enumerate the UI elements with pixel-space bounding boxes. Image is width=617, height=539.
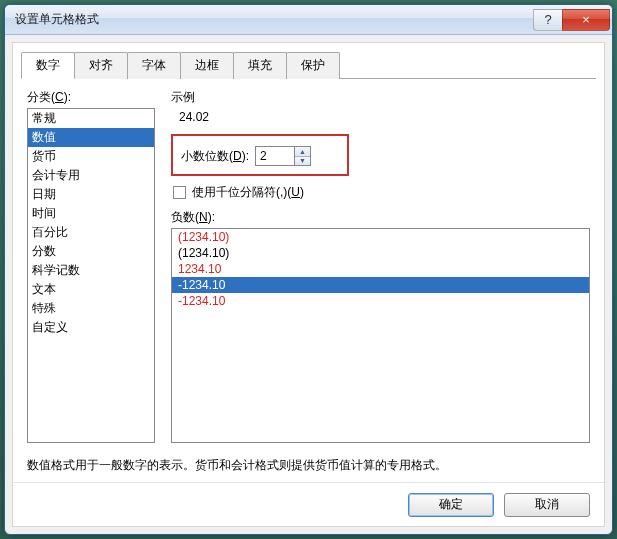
ok-button[interactable]: 确定 (408, 493, 494, 517)
tab-strip: 数字 对齐 字体 边框 填充 保护 (13, 43, 604, 78)
category-list[interactable]: 常规数值货币会计专用日期时间百分比分数科学记数文本特殊自定义 (27, 108, 155, 443)
tab-fill[interactable]: 填充 (233, 52, 287, 79)
category-item[interactable]: 数值 (28, 128, 154, 147)
cancel-button-label: 取消 (535, 496, 559, 513)
upper-pane: 分类(C): 常规数值货币会计专用日期时间百分比分数科学记数文本特殊自定义 示例… (27, 89, 590, 443)
negatives-item[interactable]: (1234.10) (172, 229, 589, 245)
category-item[interactable]: 时间 (28, 204, 154, 223)
thousands-label[interactable]: 使用千位分隔符(,)(U) (192, 184, 304, 201)
dialog-footer: 确定 取消 (13, 482, 604, 526)
decimals-input[interactable] (256, 147, 294, 165)
tab-protection[interactable]: 保护 (286, 52, 340, 79)
spinner-buttons: ▲ ▼ (294, 147, 310, 165)
window-controls: ? × (534, 9, 610, 31)
category-item[interactable]: 分数 (28, 242, 154, 261)
client-area: 数字 对齐 字体 边框 填充 保护 分类(C): 常规数值货币会计专用日期时间百… (12, 42, 605, 527)
category-item[interactable]: 自定义 (28, 318, 154, 337)
example-value: 24.02 (171, 110, 590, 124)
category-item[interactable]: 科学记数 (28, 261, 154, 280)
negatives-item[interactable]: -1234.10 (172, 293, 589, 309)
tab-label: 边框 (195, 58, 219, 72)
number-settings: 示例 24.02 小数位数(D): ▲ ▼ (155, 89, 590, 443)
category-label: 分类(C): (27, 89, 155, 106)
category-column: 分类(C): 常规数值货币会计专用日期时间百分比分数科学记数文本特殊自定义 (27, 89, 155, 443)
help-icon: ? (544, 12, 551, 27)
tab-body: 分类(C): 常规数值货币会计专用日期时间百分比分数科学记数文本特殊自定义 示例… (13, 79, 604, 482)
ok-button-label: 确定 (439, 496, 463, 513)
tab-label: 数字 (36, 58, 60, 72)
tab-number[interactable]: 数字 (21, 52, 75, 79)
tab-label: 对齐 (89, 58, 113, 72)
negatives-item[interactable]: -1234.10 (172, 277, 589, 293)
cancel-button[interactable]: 取消 (504, 493, 590, 517)
tab-label: 字体 (142, 58, 166, 72)
decimals-label: 小数位数(D): (181, 148, 249, 165)
tab-alignment[interactable]: 对齐 (74, 52, 128, 79)
decimals-spinner[interactable]: ▲ ▼ (255, 146, 311, 166)
spin-down-button[interactable]: ▼ (295, 157, 310, 166)
tab-border[interactable]: 边框 (180, 52, 234, 79)
tab-label: 填充 (248, 58, 272, 72)
category-item[interactable]: 货币 (28, 147, 154, 166)
decimals-highlight: 小数位数(D): ▲ ▼ (171, 134, 349, 176)
category-item[interactable]: 常规 (28, 109, 154, 128)
tab-font[interactable]: 字体 (127, 52, 181, 79)
chevron-down-icon: ▼ (299, 157, 306, 164)
chevron-up-icon: ▲ (299, 148, 306, 155)
category-item[interactable]: 特殊 (28, 299, 154, 318)
close-button[interactable]: × (562, 9, 610, 31)
category-item[interactable]: 百分比 (28, 223, 154, 242)
spin-up-button[interactable]: ▲ (295, 147, 310, 157)
negatives-item[interactable]: 1234.10 (172, 261, 589, 277)
help-button[interactable]: ? (533, 9, 563, 31)
titlebar: 设置单元格格式 ? × (5, 5, 612, 35)
example-label: 示例 (171, 89, 590, 106)
thousands-checkbox[interactable] (173, 186, 186, 199)
category-item[interactable]: 会计专用 (28, 166, 154, 185)
close-icon: × (582, 12, 590, 27)
window-title: 设置单元格格式 (15, 11, 534, 28)
negatives-list[interactable]: (1234.10)(1234.10)1234.10-1234.10-1234.1… (171, 228, 590, 443)
thousands-row: 使用千位分隔符(,)(U) (171, 184, 590, 201)
format-cells-dialog: 设置单元格格式 ? × 数字 对齐 字体 边框 填充 保护 分类(C): 常规数… (4, 4, 613, 535)
negatives-item[interactable]: (1234.10) (172, 245, 589, 261)
category-item[interactable]: 文本 (28, 280, 154, 299)
tab-label: 保护 (301, 58, 325, 72)
negatives-label: 负数(N): (171, 209, 590, 226)
category-item[interactable]: 日期 (28, 185, 154, 204)
description-text: 数值格式用于一般数字的表示。货币和会计格式则提供货币值计算的专用格式。 (27, 457, 590, 474)
